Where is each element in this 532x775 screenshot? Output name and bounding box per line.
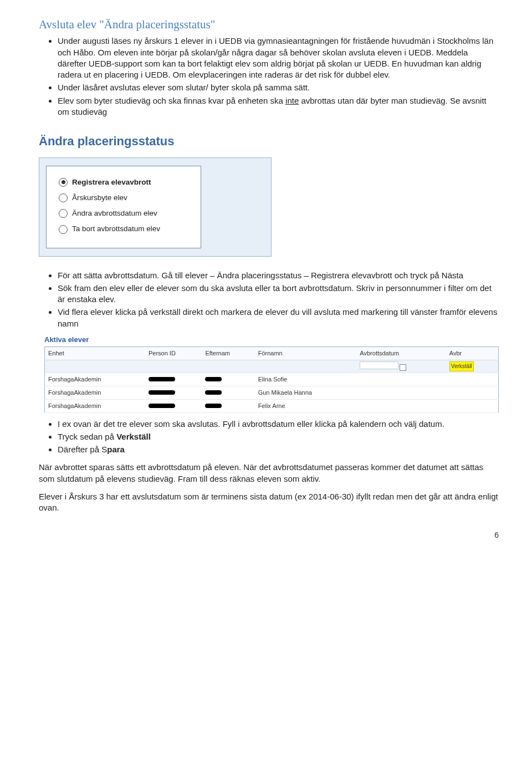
redacted-icon xyxy=(149,390,175,395)
date-filter-input[interactable] xyxy=(360,361,398,369)
bullet-list-2: För att sätta avbrottsdatum. Gå till ele… xyxy=(39,270,499,329)
table-header: Förnamn xyxy=(255,347,357,360)
radio-icon xyxy=(59,193,68,202)
screenshot1-heading: Ändra placeringsstatus xyxy=(39,128,277,157)
radio-option[interactable]: Ta bort avbrottsdatum elev xyxy=(59,224,188,234)
radio-icon xyxy=(59,178,68,187)
list-item: Tryck sedan på Verkställ xyxy=(58,431,499,442)
screenshot2-table: EnhetPerson IDEfternamFörnamnAvbrottsdat… xyxy=(44,346,499,412)
filter-row: Verkställ xyxy=(45,360,499,373)
table-header: Enhet xyxy=(45,347,145,360)
calendar-icon[interactable] xyxy=(400,364,406,371)
radio-label: Årskursbyte elev xyxy=(72,193,127,203)
screenshot-andra-placeringsstatus: Ändra placeringsstatus Registrera elevav… xyxy=(39,128,277,257)
radio-option[interactable]: Årskursbyte elev xyxy=(59,193,188,203)
bullet-list-1: Under augusti läses ny årskurs 1 elever … xyxy=(39,35,499,118)
table-header: Efternam xyxy=(202,347,254,360)
bullet-list-3: I ex ovan är det tre elever som ska avsl… xyxy=(39,419,499,456)
screenshot1-radio-group: Registrera elevavbrottÅrskursbyte elevÄn… xyxy=(46,166,201,248)
paragraph-2: Elever i Årskurs 3 har ett avslutsdatum … xyxy=(39,491,499,514)
list-item: För att sätta avbrottsdatum. Gå till ele… xyxy=(58,270,499,281)
redacted-icon xyxy=(205,390,222,395)
page-number: 6 xyxy=(39,530,499,541)
list-item: I ex ovan är det tre elever som ska avsl… xyxy=(58,419,499,430)
list-item: Vid flera elever klicka på verkställ dir… xyxy=(58,307,499,329)
radio-option[interactable]: Registrera elevavbrott xyxy=(59,177,188,187)
list-item: Under läsåret avslutas elever som slutar… xyxy=(58,82,499,93)
redacted-icon xyxy=(205,404,222,408)
table-row: ForshagaAkademinGun Mikaela Hanna xyxy=(45,386,499,399)
verkstall-button[interactable]: Verkställ xyxy=(449,361,474,371)
table-header: Avbrottsdatum xyxy=(356,347,446,360)
table-header: Avbr xyxy=(446,347,499,360)
screenshot2-heading: Aktiva elever xyxy=(44,335,499,345)
list-item: Därefter på Spara xyxy=(58,444,499,455)
redacted-icon xyxy=(149,404,175,408)
table-header: Person ID xyxy=(145,347,202,360)
radio-label: Ändra avbrottsdatum elev xyxy=(72,208,157,218)
radio-icon xyxy=(59,209,68,218)
table-row: ForshagaAkademinElina Sofie xyxy=(45,373,499,386)
redacted-icon xyxy=(205,377,222,381)
list-item: Elev som byter studieväg och ska finnas … xyxy=(58,95,499,118)
paragraph-1: När avbrottet sparas sätts ett avbrottsd… xyxy=(39,462,499,485)
screenshot-aktiva-elever: Aktiva elever EnhetPerson IDEfternamFörn… xyxy=(44,335,499,413)
radio-label: Registrera elevavbrott xyxy=(72,177,151,187)
table-row: ForshagaAkademinFelix Arne xyxy=(45,399,499,412)
list-item: Sök fram den elev eller de elever som du… xyxy=(58,283,499,305)
radio-label: Ta bort avbrottsdatum elev xyxy=(72,224,160,234)
screenshot1-panel: Registrera elevavbrottÅrskursbyte elevÄn… xyxy=(39,157,272,257)
radio-icon xyxy=(59,225,68,234)
redacted-icon xyxy=(149,377,175,381)
list-item: Under augusti läses ny årskurs 1 elever … xyxy=(58,35,499,80)
page-title: Avsluta elev "Ändra placeringsstatus" xyxy=(39,17,499,32)
radio-option[interactable]: Ändra avbrottsdatum elev xyxy=(59,208,188,218)
